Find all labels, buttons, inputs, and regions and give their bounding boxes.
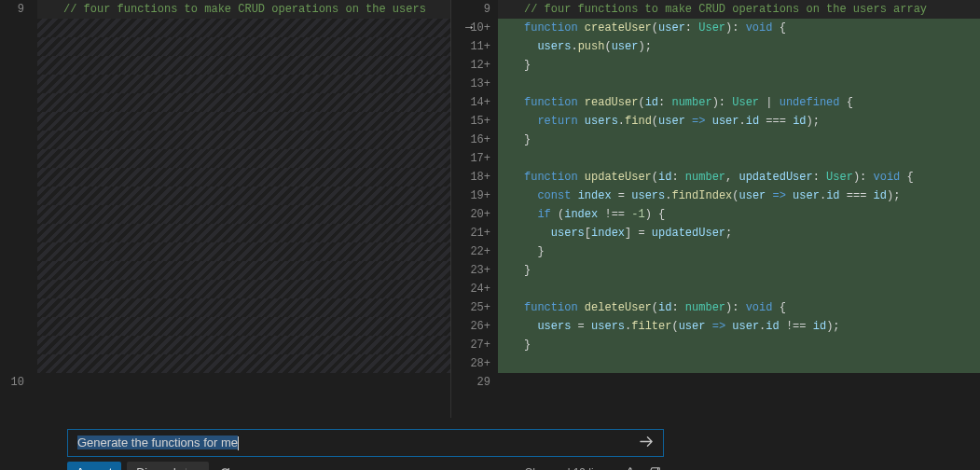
code-line[interactable]	[37, 373, 450, 392]
line-number: 17+	[451, 149, 490, 168]
line-number: 21+	[451, 224, 490, 242]
code-line[interactable]	[37, 56, 450, 75]
line-number	[0, 56, 24, 75]
code-left[interactable]: // four functions to make CRUD operation…	[37, 0, 450, 418]
diff-pane-right: → 910+11+12+13+14+15+16+17+18+19+20+21+2…	[451, 0, 980, 418]
line-number: 29	[451, 373, 490, 392]
line-number: 25+	[451, 298, 490, 317]
code-line[interactable]	[37, 261, 450, 280]
code-line[interactable]	[37, 112, 450, 131]
line-number	[0, 19, 24, 37]
code-line[interactable]	[37, 224, 450, 242]
code-line[interactable]	[37, 205, 450, 224]
thumbs-up-icon[interactable]	[621, 463, 640, 470]
line-number	[0, 37, 24, 56]
code-line[interactable]: const index = users.findIndex(user => us…	[498, 187, 980, 205]
gutter-left: 910	[0, 0, 37, 418]
line-number	[0, 280, 24, 298]
thumbs-down-icon[interactable]	[645, 463, 664, 470]
line-number: 10	[0, 373, 24, 392]
line-number: 28+	[451, 354, 490, 373]
code-line[interactable]: }	[498, 131, 980, 149]
line-number	[0, 354, 24, 373]
code-line[interactable]	[498, 354, 980, 373]
action-row: Accept Discard ⌄ Changed 19 lines	[67, 461, 664, 470]
code-line[interactable]: }	[498, 242, 980, 261]
code-line[interactable]	[37, 131, 450, 149]
line-number: 15+	[451, 112, 490, 131]
code-line[interactable]	[37, 242, 450, 261]
code-line[interactable]	[498, 75, 980, 93]
diff-pane-left: 910 // four functions to make CRUD opera…	[0, 0, 451, 418]
accept-label: Accept	[76, 466, 112, 470]
code-line[interactable]	[498, 149, 980, 168]
line-number	[0, 149, 24, 168]
code-line[interactable]: users[index] = updatedUser;	[498, 224, 980, 242]
line-number: 20+	[451, 205, 490, 224]
diff-view: 910 // four functions to make CRUD opera…	[0, 0, 980, 418]
prompt-input[interactable]: Generate the functions for me	[74, 434, 636, 452]
code-line[interactable]	[37, 75, 450, 93]
discard-button[interactable]: Discard ⌄	[127, 462, 208, 470]
line-number	[0, 298, 24, 317]
line-number	[0, 112, 24, 131]
prompt-selected-text: Generate the functions for me	[77, 435, 238, 449]
line-number	[0, 242, 24, 261]
line-number	[0, 317, 24, 336]
code-line[interactable]: }	[498, 261, 980, 280]
line-number: 16+	[451, 131, 490, 149]
code-line[interactable]	[37, 168, 450, 187]
code-line[interactable]	[498, 280, 980, 298]
code-line[interactable]: // four functions to make CRUD operation…	[498, 0, 980, 19]
line-number: 27+	[451, 336, 490, 354]
code-line[interactable]: }	[498, 336, 980, 354]
code-line[interactable]	[37, 19, 450, 37]
code-line[interactable]	[37, 149, 450, 168]
line-number: 13+	[451, 75, 490, 93]
code-line[interactable]	[37, 93, 450, 112]
line-number: 9	[451, 0, 490, 19]
code-right[interactable]: // four functions to make CRUD operation…	[498, 0, 980, 418]
gutter-right: 910+11+12+13+14+15+16+17+18+19+20+21+22+…	[451, 0, 498, 418]
code-line[interactable]: return users.find(user => user.id === id…	[498, 112, 980, 131]
line-number: 19+	[451, 187, 490, 205]
line-number: 9	[0, 0, 24, 19]
code-line[interactable]: users = users.filter(user => user.id !==…	[498, 317, 980, 336]
code-line[interactable]: function readUser(id: number): User | un…	[498, 93, 980, 112]
line-number: 10+	[451, 19, 490, 37]
code-line[interactable]	[498, 373, 980, 392]
line-number: 18+	[451, 168, 490, 187]
line-number: 26+	[451, 317, 490, 336]
line-number: 23+	[451, 261, 490, 280]
text-caret	[238, 436, 239, 450]
code-line[interactable]: function createUser(user: User): void {	[498, 19, 980, 37]
code-line[interactable]: }	[498, 56, 980, 75]
changed-lines-status: Changed 19 lines	[525, 466, 612, 470]
discard-label: Discard	[136, 466, 175, 470]
code-line[interactable]	[37, 298, 450, 317]
regenerate-icon[interactable]	[214, 462, 237, 470]
line-number: 22+	[451, 242, 490, 261]
send-icon[interactable]	[636, 433, 657, 454]
code-line[interactable]: users.push(user);	[498, 37, 980, 56]
code-line[interactable]	[37, 187, 450, 205]
accept-button[interactable]: Accept	[67, 462, 121, 470]
code-line[interactable]	[37, 280, 450, 298]
line-number	[0, 75, 24, 93]
code-line[interactable]	[37, 37, 450, 56]
line-number	[0, 131, 24, 149]
code-line[interactable]	[37, 354, 450, 373]
code-line[interactable]: // four functions to make CRUD operation…	[37, 0, 450, 19]
inline-chat-panel: Generate the functions for me	[67, 429, 672, 457]
line-number: 24+	[451, 280, 490, 298]
code-line[interactable]: function updateUser(id: number, updatedU…	[498, 168, 980, 187]
line-number	[0, 261, 24, 280]
line-number	[0, 168, 24, 187]
code-line[interactable]: function deleteUser(id: number): void {	[498, 298, 980, 317]
code-line[interactable]	[37, 317, 450, 336]
line-number: 12+	[451, 56, 490, 75]
code-line[interactable]: if (index !== -1) {	[498, 205, 980, 224]
line-number	[0, 224, 24, 242]
code-line[interactable]	[37, 336, 450, 354]
line-number: 14+	[451, 93, 490, 112]
